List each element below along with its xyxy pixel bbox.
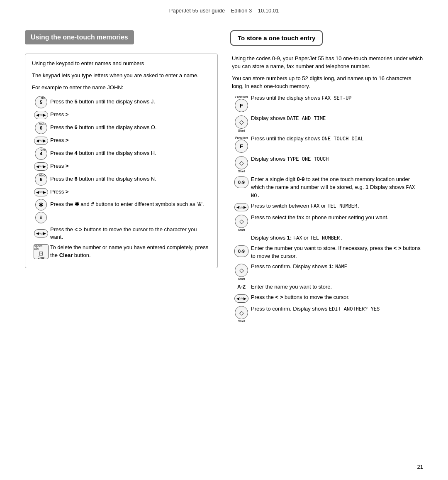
list-item: ◀ Vol ▶ Press the < > buttons to move th… [232,294,423,303]
btn5-icon: JKL5 [32,96,50,108]
list-item: ◇ Start Press to confirm. Display shows … [232,305,423,323]
list-item: A-Z Enter the name you want to store. [232,283,423,291]
list-item: JKL5 Press the 5 button until the displa… [32,96,211,108]
page-number: 21 [417,464,423,470]
list-item: 0-9 Enter a single digit 0-9 to set the … [232,176,423,200]
list-item: 0-9 Enter the number you want to store. … [232,245,423,260]
right-para-1: Using the codes 0-9, your PaperJet 55 ha… [232,55,423,71]
arrow-icon-5: ◇ Start [232,305,251,323]
volume-icon-2: ◀ Vol ▶ [32,137,50,145]
left-para-2: The keypad lets you type letters when yo… [32,72,211,80]
volume-icon-5: ◀ Vol ▶ [32,229,50,238]
left-para-1: Using the keypad to enter names and numb… [32,60,211,68]
list-item: ◀ Vol ▶ Press to switch between FAX or T… [232,202,423,211]
arrow-icon-2: ◇ Start [232,155,251,173]
left-box: Using the keypad to enter names and numb… [25,54,218,268]
list-item: Function F Press until the display shows… [232,135,423,153]
list-item: ◀ Vol ▶ Press > [32,162,211,171]
list-item: ◇ Start Press to select the fax or phone… [232,214,423,232]
right-section-header: To store a one touch entry [230,30,323,46]
list-item: GHI4 Press the 4 button until the displa… [32,147,211,160]
az-icon: A-Z [232,283,251,290]
left-para-3: For example to enter the name JOHN: [32,84,211,92]
list-item: ◀ Vol ▶ Press > [32,137,211,145]
list-item: MNO6 Press the 6 button until the displa… [32,122,211,134]
list-item: Display shows 1: FAX or TEL NUMBER. [232,234,423,242]
list-item: ✱ # Press the ✱ and # buttons to enter d… [32,199,211,223]
list-item: ◀ Vol ▶ Press > [32,188,211,196]
list-item: Speed Dial ⊡ Clear To delete the number … [32,244,211,260]
volume-icon-3: ◀ Vol ▶ [32,162,50,171]
arrow-icon-4: ◇ Start [232,263,251,281]
star-hash-icons: ✱ # [32,199,50,223]
left-section-title: Using the one-touch memories [25,30,134,44]
btn4-icon: GHI4 [32,147,50,160]
function-f-icon-2: Function F [232,135,251,153]
page-header: PaperJet 55 user guide – Edition 3 – 10.… [0,0,448,18]
btn6b-icon: MNO6 [32,173,50,186]
right-column: To store a one touch entry Using the cod… [230,30,423,326]
btn6-icon: MNO6 [32,122,50,134]
btn-09-icon: 0-9 [232,176,251,188]
list-item: ◀ Vol ▶ Press the < > buttons to move th… [32,226,211,242]
volume-icon: ◀ Vol ▶ [32,111,50,119]
arrow-start-icon: ◇ Start [232,115,251,132]
btn-09-icon-2: 0-9 [232,245,251,257]
volume-r-icon-2: ◀ Vol ▶ [232,294,251,303]
volume-r-icon: ◀ Vol ▶ [232,202,251,211]
function-f-icon: Function F [232,94,251,112]
list-item: Function F Press until the display shows… [232,94,423,112]
arrow-icon-3: ◇ Start [232,214,251,232]
list-item: ◇ Start Press to confirm. Display shows … [232,263,423,281]
list-item: ◇ Start Display shows TYPE ONE TOUCH [232,155,423,173]
list-item: ◀ Vol ▶ Press > [32,111,211,119]
speed-dial-icon: Speed Dial ⊡ Clear [32,244,50,259]
no-icon-placeholder [232,234,251,235]
list-item: ◇ Start Display shows DATE AND TIME [232,115,423,132]
list-item: MNO6 Press the 6 button until the displa… [32,173,211,186]
volume-icon-4: ◀ Vol ▶ [32,188,50,196]
right-content: Using the codes 0-9, your PaperJet 55 ha… [230,55,423,323]
right-para-2: You can store numbers up to 52 digits lo… [232,75,423,91]
left-column: Using the one-touch memories Using the k… [25,30,218,326]
